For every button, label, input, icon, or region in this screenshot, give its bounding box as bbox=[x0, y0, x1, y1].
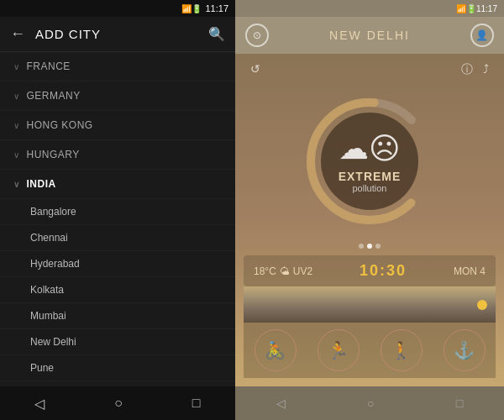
dot-1[interactable] bbox=[359, 244, 364, 249]
dot-2[interactable] bbox=[367, 244, 372, 249]
country-label: FRANCE bbox=[27, 60, 71, 72]
nav-bar-right: ◁ ○ □ bbox=[235, 386, 504, 420]
status-bar-left: 📶🔋 11:17 bbox=[0, 0, 235, 17]
status-time-left: 11:17 bbox=[205, 3, 228, 13]
location-icon[interactable]: ⊙ bbox=[245, 24, 269, 47]
city-item-chennai[interactable]: Chennai bbox=[0, 225, 235, 251]
nav-recent-left[interactable]: □ bbox=[192, 396, 201, 411]
chevron-icon: ∨ bbox=[13, 150, 20, 160]
nav-back-left[interactable]: ◁ bbox=[34, 396, 45, 412]
temperature-info: 18°C 🌤 UV2 bbox=[254, 265, 312, 277]
chevron-icon: ∨ bbox=[13, 92, 20, 101]
share-button[interactable]: ⤴ bbox=[483, 62, 489, 77]
country-label: GERMANY bbox=[27, 90, 81, 102]
person-icon[interactable]: 👤 bbox=[470, 24, 494, 47]
header-right: ⊙ NEW DELHI 👤 bbox=[235, 17, 504, 54]
nav-home-left[interactable]: ○ bbox=[114, 396, 123, 411]
current-time: 10:30 bbox=[360, 262, 407, 280]
sun-dot bbox=[477, 300, 487, 310]
cloud-icon: 🌤 bbox=[280, 265, 290, 277]
right-panel: 📶🔋 11:17 ⊙ NEW DELHI 👤 ↺ ⓘ ⤴ ☁☹ bbox=[235, 0, 504, 420]
anchor-icon[interactable]: ⚓ bbox=[444, 329, 486, 371]
back-button[interactable]: ← bbox=[10, 25, 25, 43]
city-item-hyderabad[interactable]: Hyderabad bbox=[0, 251, 235, 277]
temperature: 18°C bbox=[254, 265, 276, 277]
info-button[interactable]: ⓘ bbox=[461, 62, 473, 77]
nav-recent-right[interactable]: □ bbox=[456, 396, 463, 410]
country-item-hong-kong[interactable]: ∨HONG KONG bbox=[0, 111, 235, 140]
refresh-button[interactable]: ↺ bbox=[250, 62, 260, 77]
country-list: ∨FRANCE∨GERMANY∨HONG KONG∨HUNGARY∨INDIAB… bbox=[0, 52, 235, 386]
chevron-icon: ∨ bbox=[13, 180, 20, 189]
nav-back-right[interactable]: ◁ bbox=[276, 396, 286, 410]
country-item-france[interactable]: ∨FRANCE bbox=[0, 52, 235, 81]
city-name: NEW DELHI bbox=[329, 29, 410, 42]
dot-3[interactable] bbox=[375, 244, 381, 249]
country-item-india[interactable]: ∨INDIA bbox=[0, 170, 235, 199]
nav-home-right[interactable]: ○ bbox=[367, 396, 374, 410]
nav-bar-left: ◁ ○ □ bbox=[0, 386, 235, 420]
status-bar-right: 📶🔋 11:17 bbox=[235, 0, 504, 17]
city-item-mumbai[interactable]: Mumbai bbox=[0, 303, 235, 329]
search-icon[interactable]: 🔍 bbox=[208, 26, 225, 42]
city-image bbox=[244, 286, 496, 323]
status-time-right: 11:17 bbox=[476, 4, 497, 13]
country-label: HONG KONG bbox=[27, 119, 93, 131]
city-item-new-delhi[interactable]: New Delhi bbox=[0, 329, 235, 355]
walking-icon[interactable]: 🚶 bbox=[381, 329, 423, 371]
status-icons: 📶🔋 bbox=[181, 4, 202, 13]
header-left: ← ADD CITY 🔍 bbox=[0, 17, 235, 52]
status-icons-right: 📶🔋 bbox=[456, 4, 476, 13]
current-day: MON 4 bbox=[454, 265, 486, 277]
country-label: INDIA bbox=[27, 178, 56, 190]
pollution-level: EXTREME bbox=[339, 170, 402, 183]
city-item-bangalore[interactable]: Bangalore bbox=[0, 199, 235, 225]
weather-icon: ☁☹ bbox=[339, 131, 402, 166]
gauge-center: ☁☹ EXTREME pollution bbox=[339, 131, 402, 193]
uv-label: UV2 bbox=[293, 265, 312, 277]
weather-bar: 18°C 🌤 UV2 10:30 MON 4 bbox=[244, 255, 496, 286]
skyline bbox=[244, 286, 496, 323]
country-label: HUNGARY bbox=[27, 149, 80, 160]
city-item-kolkata[interactable]: Kolkata bbox=[0, 277, 235, 303]
country-item-germany[interactable]: ∨GERMANY bbox=[0, 81, 235, 111]
activity-icons: 🚴 🏃 🚶 ⚓ bbox=[244, 323, 496, 378]
city-item-pune[interactable]: Pune bbox=[0, 355, 235, 381]
pollution-label: pollution bbox=[339, 183, 402, 193]
running-icon[interactable]: 🏃 bbox=[318, 329, 360, 371]
top-controls: ↺ ⓘ ⤴ bbox=[244, 62, 496, 77]
country-item-hungary[interactable]: ∨HUNGARY bbox=[0, 140, 235, 170]
page-title: ADD CITY bbox=[35, 27, 208, 41]
main-content: ↺ ⓘ ⤴ ☁☹ EXTREME pollution bbox=[235, 54, 504, 386]
page-dots bbox=[359, 244, 381, 249]
left-panel: 📶🔋 11:17 ← ADD CITY 🔍 ∨FRANCE∨GERMANY∨HO… bbox=[0, 0, 235, 420]
cycling-icon[interactable]: 🚴 bbox=[255, 329, 297, 371]
chevron-icon: ∨ bbox=[13, 121, 20, 130]
chevron-icon: ∨ bbox=[13, 62, 20, 71]
pollution-gauge: ☁☹ EXTREME pollution bbox=[294, 86, 445, 237]
